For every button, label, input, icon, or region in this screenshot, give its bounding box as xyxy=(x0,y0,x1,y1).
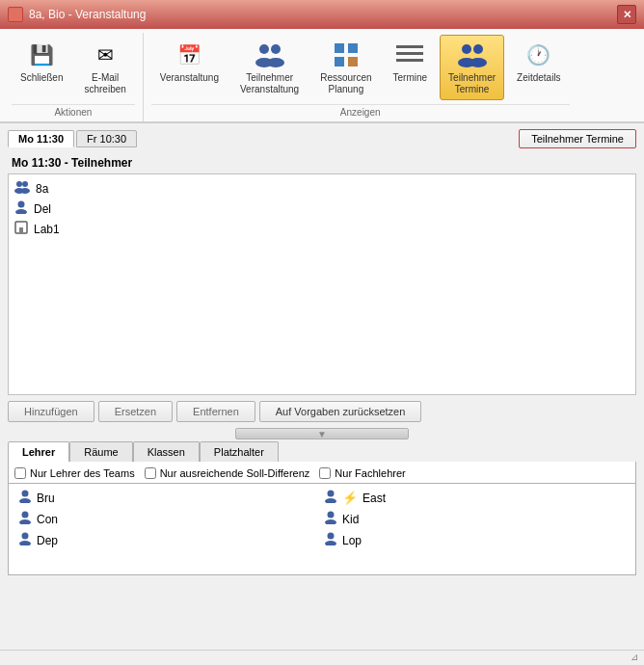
teacher-name: Bru xyxy=(37,492,55,505)
close-button[interactable]: ✕ xyxy=(617,5,636,24)
window-title: 8a, Bio - Veranstaltung xyxy=(29,8,146,21)
list-item: Lop xyxy=(322,530,628,550)
nur-fachlehrer-checkbox[interactable] xyxy=(319,467,331,479)
title-bar: 8a, Bio - Veranstaltung ✕ xyxy=(0,0,644,29)
svg-point-19 xyxy=(18,201,25,208)
tab-raeume[interactable]: Räume xyxy=(69,441,132,462)
filter-nur-ausreichende: Nur ausreichende Soll-Differenz xyxy=(145,467,310,479)
status-bar: ⊿ xyxy=(0,650,644,665)
svg-point-14 xyxy=(470,58,487,67)
svg-point-33 xyxy=(328,533,335,540)
hinzufuegen-button[interactable]: Hinzufügen xyxy=(8,401,94,422)
teacher-name: Lop xyxy=(342,534,362,547)
svg-rect-9 xyxy=(396,52,423,55)
time-tab-mo[interactable]: Mo 11:30 xyxy=(8,130,74,147)
list-item: Bru xyxy=(16,488,322,508)
nur-lehrer-checkbox[interactable] xyxy=(14,467,26,479)
list-item: Del xyxy=(13,199,631,219)
svg-point-30 xyxy=(325,498,336,503)
nur-lehrer-label: Nur Lehrer des Teams xyxy=(30,467,135,479)
room-icon xyxy=(14,221,28,237)
termine-icon xyxy=(394,40,425,70)
nur-ausreichende-checkbox[interactable] xyxy=(145,467,156,479)
email-icon: ✉ xyxy=(90,40,121,70)
svg-point-16 xyxy=(22,181,28,187)
filter-row: Nur Lehrer des Teams Nur ausreichende So… xyxy=(8,462,636,484)
person-icon xyxy=(324,490,337,506)
aktionen-group-label: Aktionen xyxy=(12,104,135,118)
ribbon-group-aktionen: 💾 Schließen ✉ E-Mailschreiben Aktionen xyxy=(4,33,144,121)
zeitdetails-button[interactable]: 🕐 Zeitdetails xyxy=(508,35,570,89)
svg-point-3 xyxy=(267,58,284,67)
tab-lehrer[interactable]: Lehrer xyxy=(8,441,69,462)
svg-point-26 xyxy=(19,519,31,524)
person-icon xyxy=(324,511,337,527)
list-item: Lab1 xyxy=(13,219,631,239)
svg-point-11 xyxy=(462,44,471,54)
teilnehmer-veranstaltung-button[interactable]: TeilnehmerVeranstaltung xyxy=(231,35,308,100)
svg-rect-4 xyxy=(335,43,344,53)
email-button[interactable]: ✉ E-Mailschreiben xyxy=(75,35,134,100)
svg-rect-10 xyxy=(396,59,423,62)
teilnehmer-termine-icon xyxy=(457,40,488,70)
termine-button[interactable]: Termine xyxy=(385,35,437,89)
group-icon xyxy=(14,180,30,197)
time-bar: Mo 11:30 Fr 10:30 Teilnehmer Termine xyxy=(8,129,636,148)
ribbon-group-anzeigen: 📅 Veranstaltung TeilnehmerVeranstaltung xyxy=(144,33,577,121)
svg-rect-6 xyxy=(335,57,344,66)
entfernen-button[interactable]: Entfernen xyxy=(176,401,255,422)
main-content: Mo 11:30 Fr 10:30 Teilnehmer Termine Mo … xyxy=(0,123,644,581)
item-name: Lab1 xyxy=(34,223,60,236)
ressourcen-planung-button[interactable]: RessourcenPlanung xyxy=(311,35,380,100)
auf-vorgaben-button[interactable]: Auf Vorgaben zurücksetzen xyxy=(259,401,422,422)
teacher-col-2: ⚡ East Kid Lop xyxy=(322,488,628,571)
svg-rect-8 xyxy=(396,45,423,48)
list-item: Con xyxy=(16,509,322,529)
svg-point-27 xyxy=(22,533,29,540)
item-name: Del xyxy=(34,202,51,216)
list-item: Kid xyxy=(322,509,628,529)
item-name: 8a xyxy=(36,182,48,196)
list-item: 8a xyxy=(13,178,631,199)
time-tabs: Mo 11:30 Fr 10:30 xyxy=(8,130,137,147)
schliessen-button[interactable]: 💾 Schließen xyxy=(12,35,71,89)
ersetzen-button[interactable]: Ersetzen xyxy=(98,401,173,422)
calendar-icon: 📅 xyxy=(174,40,204,70)
time-tab-fr[interactable]: Fr 10:30 xyxy=(76,130,137,147)
svg-point-28 xyxy=(19,541,31,545)
teilnehmer-section: Mo 11:30 - Teilnehmer 8a xyxy=(8,152,636,395)
svg-rect-22 xyxy=(19,227,23,233)
veranstaltung-button[interactable]: 📅 Veranstaltung xyxy=(151,35,228,89)
person-icon xyxy=(18,490,32,506)
teilnehmer-list[interactable]: 8a Del Lab1 xyxy=(8,173,636,395)
svg-point-20 xyxy=(15,209,27,214)
filter-nur-lehrer: Nur Lehrer des Teams xyxy=(14,467,135,479)
svg-point-23 xyxy=(22,491,29,497)
clock-icon: 🕐 xyxy=(523,40,554,70)
scroll-area: ▼ xyxy=(8,428,636,439)
lightning-icon: ⚡ xyxy=(342,491,358,505)
svg-point-29 xyxy=(328,491,335,497)
svg-rect-5 xyxy=(348,43,358,53)
person-icon xyxy=(18,511,32,527)
participants-icon xyxy=(255,40,285,70)
svg-point-24 xyxy=(19,498,31,503)
svg-point-12 xyxy=(473,44,483,54)
teilnehmer-termine-button[interactable]: TeilnehmerTermine xyxy=(440,35,504,100)
teacher-name: East xyxy=(362,492,386,505)
tabs-bar: Lehrer Räume Klassen Platzhalter xyxy=(8,441,636,462)
tab-klassen[interactable]: Klassen xyxy=(133,441,200,462)
nur-ausreichende-label: Nur ausreichende Soll-Differenz xyxy=(160,467,310,479)
teilnehmer-termine-tab-btn[interactable]: Teilnehmer Termine xyxy=(519,129,636,148)
tab-platzhalter[interactable]: Platzhalter xyxy=(200,441,279,462)
svg-point-0 xyxy=(259,44,269,54)
svg-point-1 xyxy=(271,44,281,54)
list-item: Dep xyxy=(16,530,322,550)
teilnehmer-title: Mo 11:30 - Teilnehmer xyxy=(8,152,636,173)
teacher-list-panel: Bru Con Dep ⚡ East xyxy=(8,484,636,575)
svg-point-32 xyxy=(325,519,336,524)
teacher-name: Con xyxy=(37,513,58,526)
resize-handle[interactable]: ⊿ xyxy=(631,652,642,663)
save-icon: 💾 xyxy=(26,40,57,70)
scroll-thumb[interactable]: ▼ xyxy=(235,428,409,439)
